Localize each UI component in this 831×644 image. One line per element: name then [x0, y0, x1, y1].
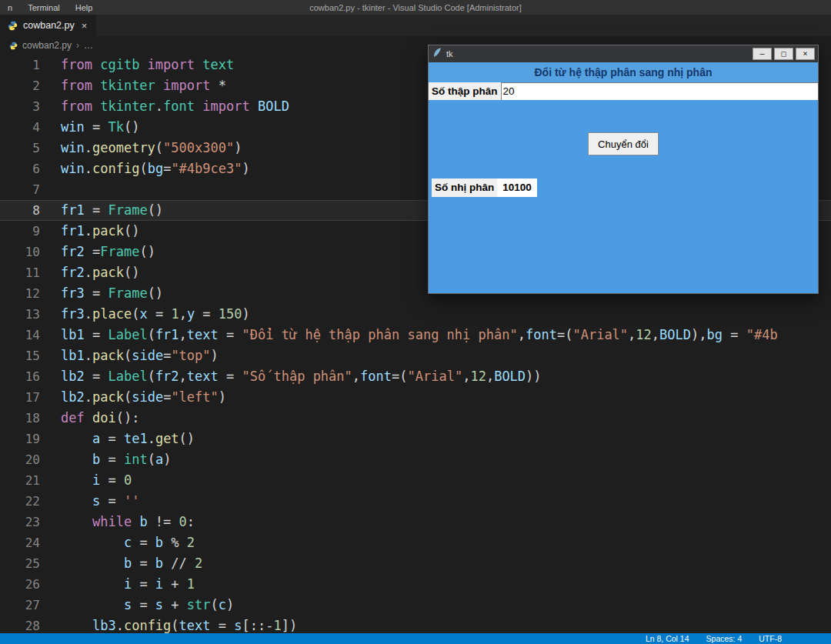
line-number: 23: [0, 512, 40, 532]
status-encoding[interactable]: UTF-8: [759, 634, 782, 643]
line-number: 21: [0, 470, 40, 491]
code-line-24[interactable]: 24 c = b % 2: [0, 532, 831, 553]
breadcrumb-file[interactable]: cowban2.py: [22, 40, 72, 51]
code-line-23[interactable]: 23 while b != 0:: [0, 512, 831, 532]
code-text: lb2.pack(side="left"): [40, 387, 226, 408]
code-line-14[interactable]: 14lb1 = Label(fr1,text = "Đổi từ hệ thập…: [0, 325, 831, 345]
code-text: fr1.pack(): [40, 221, 139, 242]
code-text: b = b // 2: [40, 553, 202, 574]
code-text: lb3.config(text = s[::-1]): [40, 616, 297, 633]
minimize-button[interactable]: –: [753, 48, 772, 60]
code-text: i = 0: [40, 470, 132, 491]
code-text: lb1 = Label(fr1,text = "Đổi từ hệ thập p…: [40, 325, 778, 345]
titlebar: n Terminal Help cowban2.py - tkinter - V…: [0, 0, 831, 15]
close-button[interactable]: ×: [796, 48, 815, 60]
code-text: win.geometry("500x300"): [40, 138, 242, 158]
maximize-button[interactable]: □: [774, 48, 793, 60]
decimal-input-row: Số thập phân: [429, 82, 818, 100]
line-number: 15: [0, 345, 40, 366]
line-number: 18: [0, 408, 40, 429]
line-number: 14: [0, 325, 40, 345]
tab-close-icon[interactable]: ×: [82, 20, 88, 32]
code-line-16[interactable]: 16lb2 = Label(fr2,text = "Số thập phân",…: [0, 366, 831, 387]
code-text: def doi():: [40, 408, 139, 429]
code-line-15[interactable]: 15lb1.pack(side="top"): [0, 345, 831, 366]
breadcrumb-separator-icon: ›: [76, 40, 79, 51]
decimal-input[interactable]: [501, 82, 819, 100]
code-line-17[interactable]: 17lb2.pack(side="left"): [0, 387, 831, 408]
status-cursor-position[interactable]: Ln 8, Col 14: [646, 634, 689, 643]
menu-item-run-partial[interactable]: n: [8, 3, 12, 12]
code-text: from tkinter import *: [40, 75, 226, 96]
line-number: 12: [0, 283, 40, 304]
line-number: 10: [0, 242, 40, 262]
line-number: 11: [0, 262, 40, 283]
code-line-28[interactable]: 28 lb3.config(text = s[::-1]): [0, 616, 831, 633]
line-number: 26: [0, 574, 40, 595]
code-line-13[interactable]: 13fr3.place(x = 1,y = 150): [0, 304, 831, 325]
line-number: 24: [0, 532, 40, 553]
code-text: fr2.pack(): [40, 262, 139, 283]
code-line-27[interactable]: 27 s = s + str(c): [0, 595, 831, 616]
menu-item-terminal[interactable]: Terminal: [28, 3, 60, 12]
line-number: 19: [0, 429, 40, 449]
code-text: s = s + str(c): [40, 595, 234, 616]
line-number: 5: [0, 138, 40, 158]
line-number: 6: [0, 158, 40, 179]
tab-label: cowban2.py: [23, 20, 75, 31]
line-number: 1: [0, 55, 40, 75]
breadcrumb-more[interactable]: …: [84, 40, 93, 51]
code-line-21[interactable]: 21 i = 0: [0, 470, 831, 491]
decimal-label: Số thập phân: [429, 82, 501, 100]
python-file-icon: [9, 42, 18, 50]
tk-window-controls: – □ ×: [753, 48, 815, 60]
code-line-19[interactable]: 19 a = te1.get(): [0, 429, 831, 449]
line-number: 9: [0, 221, 40, 242]
line-number: 2: [0, 75, 40, 96]
binary-result-row: Số nhị phân 10100: [432, 179, 537, 197]
code-text: from tkinter.font import BOLD: [40, 96, 289, 117]
line-number: 17: [0, 387, 40, 408]
code-text: while b != 0:: [40, 512, 195, 532]
menu-item-help[interactable]: Help: [75, 3, 93, 12]
code-line-26[interactable]: 26 i = i + 1: [0, 574, 831, 595]
code-text: b = int(a): [40, 449, 171, 470]
status-bar: Ln 8, Col 14 Spaces: 4 UTF-8: [0, 633, 831, 644]
binary-value: 10100: [497, 179, 537, 197]
code-line-25[interactable]: 25 b = b // 2: [0, 553, 831, 574]
code-line-20[interactable]: 20 b = int(a): [0, 449, 831, 470]
code-text: win = Tk(): [40, 117, 139, 138]
line-number: 7: [0, 179, 40, 200]
tk-feather-icon: [433, 47, 442, 61]
code-line-18[interactable]: 18def doi():: [0, 408, 831, 429]
binary-label: Số nhị phân: [432, 179, 497, 197]
code-line-22[interactable]: 22 s = '': [0, 491, 831, 512]
window-title: cowban2.py - tkinter - Visual Studio Cod…: [0, 3, 831, 12]
line-number: 3: [0, 96, 40, 117]
line-number: 22: [0, 491, 40, 512]
line-number: 20: [0, 449, 40, 470]
vscode-window: n Terminal Help cowban2.py - tkinter - V…: [0, 0, 831, 644]
line-number: 25: [0, 553, 40, 574]
tab-bar: cowban2.py ×: [0, 15, 831, 36]
python-file-icon: [8, 21, 18, 31]
tk-app-window: tk – □ × Đổi từ hệ thập phân sang nhị ph…: [428, 45, 819, 294]
tk-titlebar[interactable]: tk – □ ×: [429, 45, 818, 62]
line-number: 27: [0, 595, 40, 616]
convert-button[interactable]: Chuyển đổi: [588, 132, 659, 155]
app-title-label: Đổi từ hệ thập phân sang nhị phân: [429, 62, 818, 82]
code-text: c = b % 2: [40, 532, 195, 553]
line-number: 8: [0, 200, 40, 221]
line-number: 13: [0, 304, 40, 325]
tab-cowban2[interactable]: cowban2.py ×: [0, 15, 97, 36]
code-text: i = i + 1: [40, 574, 195, 595]
code-text: lb2 = Label(fr2,text = "Số thập phân",fo…: [40, 366, 542, 387]
code-text: win.config(bg="#4b9ce3"): [40, 158, 250, 179]
line-number: 16: [0, 366, 40, 387]
line-number: 28: [0, 616, 40, 633]
tk-client-area: Đổi từ hệ thập phân sang nhị phân Số thậ…: [429, 62, 818, 295]
status-indentation[interactable]: Spaces: 4: [706, 634, 743, 643]
line-number: 4: [0, 117, 40, 138]
menubar: n Terminal Help: [0, 3, 92, 12]
code-text: fr2 =Frame(): [40, 242, 155, 262]
